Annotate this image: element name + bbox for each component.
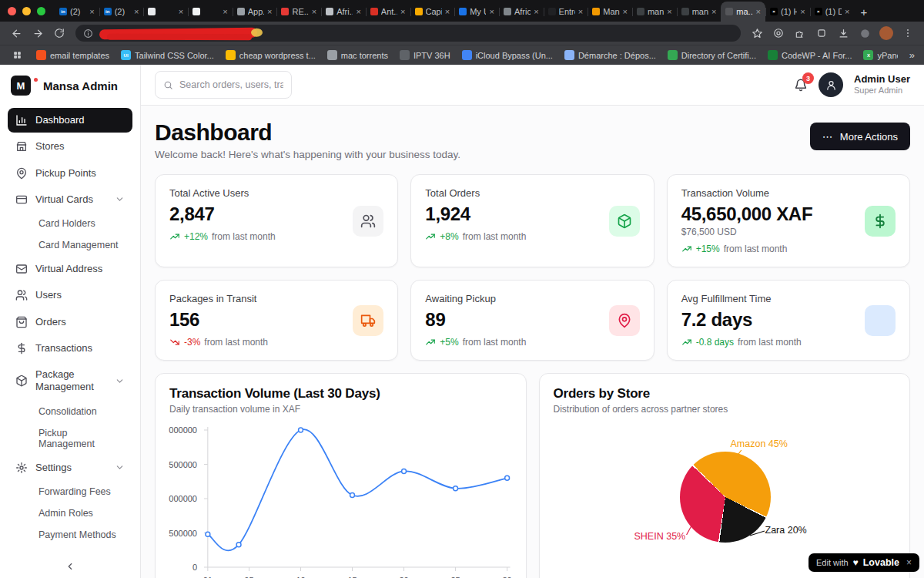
browser-tab[interactable]: ×: [188, 2, 233, 22]
tab-close-icon[interactable]: ×: [667, 7, 671, 16]
tab-close-icon[interactable]: ×: [623, 7, 628, 16]
bookmark-item[interactable]: Démarche : Dépos...: [564, 50, 656, 60]
tab-close-icon[interactable]: ×: [756, 7, 761, 16]
bookmark-item[interactable]: IPTV 36H: [400, 50, 450, 60]
close-icon[interactable]: ×: [906, 557, 912, 568]
address-bar[interactable]: [75, 25, 741, 42]
tab-close-icon[interactable]: ×: [267, 7, 272, 16]
sidebar-item-pickup-points[interactable]: Pickup Points: [8, 161, 132, 186]
tab-close-icon[interactable]: ×: [534, 7, 538, 16]
sidebar-item-admin-roles[interactable]: Admin Roles: [8, 503, 132, 523]
bookmark-item[interactable]: email templates: [36, 50, 109, 60]
tab-close-icon[interactable]: ×: [578, 7, 583, 16]
tab-close-icon[interactable]: ×: [356, 7, 360, 16]
notifications-button[interactable]: 3: [794, 78, 808, 92]
browser-tab[interactable]: My UK... ×: [454, 2, 499, 22]
sidebar-item-stores[interactable]: Stores: [8, 134, 132, 159]
new-tab-button[interactable]: +: [860, 6, 867, 18]
tab-close-icon[interactable]: ×: [134, 7, 139, 16]
clock-icon: [865, 305, 896, 336]
sidebar-item-users[interactable]: Users: [8, 283, 132, 307]
tab-close-icon[interactable]: ×: [445, 7, 450, 16]
sidebar-item-virtual-address[interactable]: Virtual Address: [8, 257, 132, 281]
browser-tab[interactable]: mansa... ×: [632, 2, 677, 22]
sidebar-item-package-management[interactable]: Package Management: [8, 362, 132, 400]
stat-change-suffix: from last month: [463, 337, 527, 348]
sidebar-item-dashboard[interactable]: Dashboard: [8, 108, 132, 133]
forward-button[interactable]: [28, 24, 48, 42]
sidebar-item-orders[interactable]: Orders: [8, 310, 132, 334]
search-box[interactable]: [155, 71, 292, 99]
bookmark-item[interactable]: iCloud Bypass (Un...: [462, 50, 553, 60]
browser-tab[interactable]: RE... ×: [276, 2, 321, 22]
extensions-button[interactable]: [790, 24, 810, 42]
user-avatar[interactable]: [819, 72, 843, 97]
extension-badge-button[interactable]: [855, 24, 875, 42]
sidebar-item-forwarding-fees[interactable]: Forwarding Fees: [8, 482, 132, 502]
browser-tab[interactable]: Mansa... ×: [588, 2, 632, 22]
browser-tab[interactable]: ma... ×: [721, 2, 765, 22]
browser-tab[interactable]: in (2) ×: [55, 2, 99, 22]
apps-grid-button[interactable]: [9, 46, 25, 65]
tab-close-icon[interactable]: ×: [89, 7, 94, 16]
tab-close-icon[interactable]: ×: [489, 7, 494, 16]
minimize-window-button[interactable]: [22, 7, 31, 15]
browser-menu-button[interactable]: [898, 24, 918, 42]
download-button[interactable]: [833, 24, 853, 42]
sidebar-item-card-holders[interactable]: Card Holders: [8, 213, 132, 234]
browser-tab[interactable]: × (1) Ho... ×: [765, 2, 810, 22]
browser-tab[interactable]: mansa... ×: [677, 2, 721, 22]
lovable-badge[interactable]: Edit with ♥ Lovable ×: [808, 553, 919, 572]
back-button[interactable]: [6, 24, 26, 42]
browser-tab[interactable]: App... ×: [233, 2, 277, 22]
search-input[interactable]: [179, 79, 283, 90]
sidebar-item-virtual-cards[interactable]: Virtual Cards: [8, 187, 132, 212]
zoom-window-button[interactable]: [37, 7, 45, 15]
browser-tab[interactable]: Capital... ×: [410, 2, 455, 22]
tab-close-icon[interactable]: ×: [179, 7, 183, 16]
bookmark-item[interactable]: CodeWP - AI For...: [768, 50, 852, 60]
tab-close-icon[interactable]: ×: [223, 7, 227, 16]
bookmark-item[interactable]: UI Tailwind CSS Color...: [121, 50, 214, 60]
tab-close-icon[interactable]: ×: [845, 7, 849, 16]
redacted-url: [99, 27, 257, 39]
tab-close-icon[interactable]: ×: [800, 7, 805, 16]
browser-tab[interactable]: Africa'... ×: [499, 2, 544, 22]
browser-tab[interactable]: ×: [143, 2, 188, 22]
bookmark-item[interactable]: X yPanel - Manage...: [863, 50, 897, 60]
bookmarks-overflow-chevron[interactable]: »: [909, 49, 915, 61]
sidebar-item-card-management[interactable]: Card Management: [8, 235, 132, 255]
tab-close-icon[interactable]: ×: [711, 7, 716, 16]
tab-close-icon[interactable]: ×: [400, 7, 405, 16]
sidebar-item-pickup-management[interactable]: Pickup Management: [8, 423, 132, 454]
sidebar-item-consolidation[interactable]: Consolidation: [8, 402, 132, 422]
notification-count-badge: 3: [802, 72, 814, 84]
profile-button[interactable]: [876, 24, 896, 42]
info-icon[interactable]: [83, 29, 93, 39]
browser-tab[interactable]: Entrep... ×: [544, 2, 588, 22]
browser-tab[interactable]: × (1) Don... ×: [810, 2, 855, 22]
close-window-button[interactable]: [8, 7, 16, 15]
more-actions-button[interactable]: ⋯ More Actions: [810, 123, 910, 150]
lens-button[interactable]: [768, 24, 788, 42]
stat-body: Packages in Transit 156 -3% from last mo…: [169, 293, 268, 348]
browser-tab[interactable]: Afri... ×: [321, 2, 366, 22]
browser-tab[interactable]: in (2) ×: [99, 2, 144, 22]
browser-tab[interactable]: Ant... ×: [366, 2, 410, 22]
sidebar-item-payment-methods[interactable]: Payment Methods: [8, 525, 132, 545]
bookmark-item[interactable]: cheap wordpress t...: [226, 50, 316, 60]
bookmark-item[interactable]: Directory of Certifi...: [668, 50, 756, 60]
tab-close-icon[interactable]: ×: [312, 7, 316, 16]
reload-button[interactable]: [49, 24, 69, 42]
stat-change-suffix: from last month: [463, 231, 527, 242]
credit-card-icon: [15, 193, 28, 206]
bookmark-item[interactable]: mac torrents: [327, 50, 388, 60]
search-icon: [163, 79, 173, 91]
chevron-left-icon: [65, 561, 75, 572]
tab-switch-button[interactable]: [812, 24, 832, 42]
bookmark-star-button[interactable]: [747, 24, 767, 42]
tab-favicon-icon: [592, 8, 600, 15]
sidebar-item-transactions[interactable]: Transactions: [8, 336, 132, 361]
sidebar-item-settings[interactable]: Settings: [8, 455, 132, 480]
sidebar-collapse-button[interactable]: [8, 555, 132, 573]
